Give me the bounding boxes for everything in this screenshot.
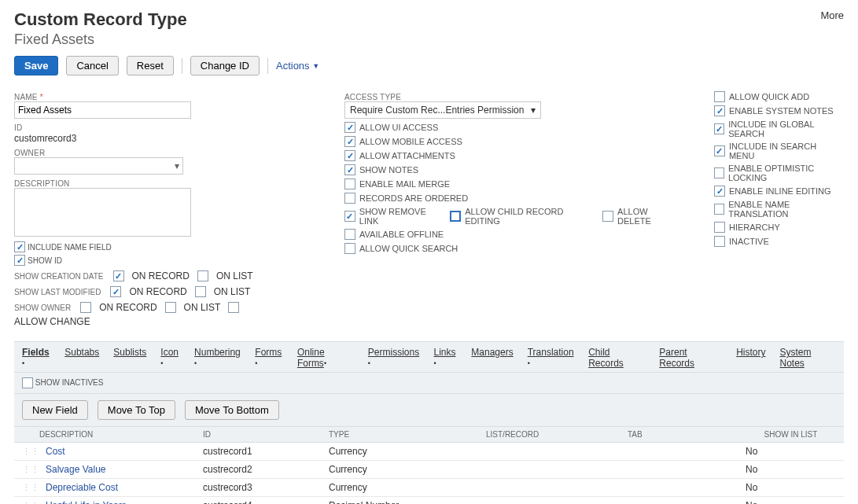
checkbox[interactable] — [344, 164, 355, 175]
scd-onrecord-checkbox[interactable] — [113, 270, 124, 281]
show-inactives-label: SHOW INACTIVES — [35, 378, 104, 387]
so-allowchange-checkbox[interactable] — [228, 302, 239, 313]
tab-numbering[interactable]: Numbering • — [194, 347, 241, 369]
tab-icon[interactable]: Icon • — [160, 347, 180, 369]
dot-icon: • — [368, 359, 370, 367]
checkbox-label: ENABLE INLINE EDITING — [729, 186, 831, 196]
drag-handle-icon[interactable]: ⋮⋮ — [22, 447, 39, 457]
checkbox[interactable] — [344, 178, 355, 189]
more-link[interactable]: More — [820, 9, 844, 21]
checkbox[interactable] — [714, 222, 725, 233]
name-input[interactable] — [14, 101, 191, 119]
allow-quick-search-checkbox[interactable] — [344, 243, 355, 254]
table-row[interactable]: ⋮⋮Costcustrecord1CurrencyNo — [14, 443, 844, 461]
drag-handle-icon[interactable]: ⋮⋮ — [22, 501, 39, 505]
caret-down-icon: ▾ — [531, 105, 536, 116]
available-offline-checkbox[interactable] — [344, 229, 355, 240]
table-row[interactable]: ⋮⋮Salvage Valuecustrecord2CurrencyNo — [14, 461, 844, 479]
tab-history[interactable]: History — [736, 347, 765, 369]
checkbox[interactable] — [714, 186, 725, 197]
checkbox[interactable] — [714, 123, 724, 134]
checkbox-label: HIERARCHY — [729, 223, 780, 232]
show-inactives-checkbox[interactable] — [22, 377, 33, 388]
show-owner-label: SHOW OWNER — [14, 304, 71, 312]
checkbox[interactable] — [714, 105, 725, 116]
table-row[interactable]: ⋮⋮Depreciable Costcustrecord3CurrencyNo — [14, 479, 844, 497]
tab-subtabs[interactable]: Subtabs — [64, 347, 99, 369]
owner-select[interactable]: ▾ — [14, 157, 183, 175]
checkbox[interactable] — [344, 122, 355, 133]
checkbox[interactable] — [714, 204, 724, 215]
show-last-modified-label: SHOW LAST MODIFIED — [14, 288, 101, 296]
checkbox-label: ALLOW ATTACHMENTS — [359, 151, 455, 160]
access-type-value: Require Custom Rec...Entries Permission — [350, 105, 524, 116]
tab-fields[interactable]: Fields • — [22, 347, 50, 369]
checkbox[interactable] — [714, 91, 725, 102]
allow-child-record-editing-checkbox[interactable] — [450, 211, 461, 222]
tab-parent-records[interactable]: Parent Records — [659, 347, 722, 369]
tab-translation[interactable]: Translation • — [528, 347, 574, 369]
caret-down-icon: ▾ — [175, 160, 179, 171]
tab-managers[interactable]: Managers — [471, 347, 513, 369]
description-input[interactable] — [14, 188, 191, 237]
page-title: Custom Record Type — [14, 9, 187, 30]
checkbox[interactable] — [344, 193, 355, 204]
tab-child-records[interactable]: Child Records — [588, 347, 645, 369]
so-onrecord-checkbox[interactable] — [80, 302, 91, 313]
checkbox-label: ENABLE OPTIMISTIC LOCKING — [728, 164, 844, 182]
row-desc-link[interactable]: Cost — [46, 446, 65, 457]
tab-forms[interactable]: Forms • — [255, 347, 283, 369]
tab-links[interactable]: Links • — [433, 347, 457, 369]
access-type-select[interactable]: Require Custom Rec...Entries Permission … — [344, 101, 541, 119]
slm-onlist-label: ON LIST — [214, 286, 251, 297]
checkbox-label: SHOW NOTES — [359, 165, 418, 175]
row-id: custrecord1 — [203, 446, 329, 457]
show-remove-link-checkbox[interactable] — [344, 211, 355, 222]
show-id-checkbox[interactable] — [14, 255, 25, 266]
checkbox-label: RECORDS ARE ORDERED — [359, 193, 468, 203]
tab-permissions[interactable]: Permissions • — [368, 347, 420, 369]
checkbox-label: INCLUDE IN GLOBAL SEARCH — [728, 120, 844, 138]
actions-menu[interactable]: Actions ▼ — [276, 60, 319, 72]
row-type: Currency — [329, 482, 486, 493]
checkbox[interactable] — [714, 236, 725, 247]
divider — [267, 58, 268, 74]
tab-sublists[interactable]: Sublists — [113, 347, 146, 369]
new-field-button[interactable]: New Field — [22, 400, 88, 420]
tab-online-forms[interactable]: Online Forms • — [297, 347, 354, 369]
move-to-bottom-button[interactable]: Move To Bottom — [185, 400, 279, 420]
row-showinlist: No — [746, 500, 836, 504]
save-button[interactable]: Save — [14, 56, 58, 75]
checkbox[interactable] — [714, 145, 725, 156]
scd-onlist-label: ON LIST — [216, 270, 253, 281]
drag-handle-icon[interactable]: ⋮⋮ — [22, 465, 39, 475]
slm-onrecord-label: ON RECORD — [129, 286, 186, 297]
row-desc-link[interactable]: Salvage Value — [46, 464, 106, 475]
checkbox[interactable] — [714, 167, 724, 178]
col-header-id: ID — [203, 430, 329, 439]
so-onlist-checkbox[interactable] — [165, 302, 176, 313]
so-allowchange-label: ALLOW CHANGE — [14, 316, 90, 327]
change-id-button[interactable]: Change ID — [190, 56, 260, 75]
row-id: custrecord2 — [203, 464, 329, 475]
col-header-listrecord: LIST/RECORD — [486, 430, 628, 439]
cancel-button[interactable]: Cancel — [66, 56, 118, 75]
row-showinlist: No — [746, 464, 836, 475]
row-desc-link[interactable]: Depreciable Cost — [46, 482, 118, 493]
drag-handle-icon[interactable]: ⋮⋮ — [22, 483, 39, 493]
actions-label: Actions — [276, 60, 310, 72]
slm-onlist-checkbox[interactable] — [195, 286, 206, 297]
id-label: ID — [14, 123, 313, 132]
checkbox-label: ENABLE NAME TRANSLATION — [728, 200, 844, 219]
scd-onlist-checkbox[interactable] — [197, 270, 208, 281]
include-name-checkbox[interactable] — [14, 241, 25, 252]
slm-onrecord-checkbox[interactable] — [110, 286, 121, 297]
table-row[interactable]: ⋮⋮Useful Life in Yearscustrecord4Decimal… — [14, 497, 844, 504]
checkbox[interactable] — [344, 150, 355, 161]
tab-system-notes[interactable]: System Notes — [779, 347, 836, 369]
move-to-top-button[interactable]: Move To Top — [98, 400, 175, 420]
row-desc-link[interactable]: Useful Life in Years — [46, 500, 127, 504]
reset-button[interactable]: Reset — [127, 56, 174, 75]
checkbox[interactable] — [344, 136, 355, 147]
allow-delete-checkbox[interactable] — [602, 211, 613, 222]
